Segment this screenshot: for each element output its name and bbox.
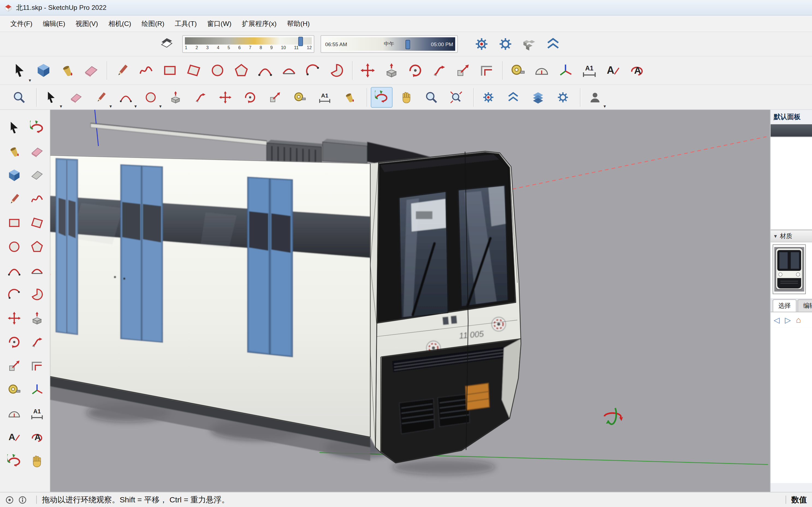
circle-tool[interactable] <box>206 59 229 81</box>
pan-tool[interactable] <box>26 450 47 471</box>
material-thumbnail[interactable] <box>773 244 806 294</box>
chevron-down-icon[interactable]: ▾ <box>604 104 606 108</box>
viewport[interactable]: 11 005 <box>50 110 770 492</box>
paint-bucket-tool[interactable] <box>4 141 24 162</box>
orbit-tool[interactable] <box>371 87 393 108</box>
offset-tool[interactable] <box>475 59 498 81</box>
make-component-tool[interactable] <box>32 59 55 81</box>
scale-tool[interactable] <box>4 355 24 376</box>
move-tool[interactable] <box>4 308 24 329</box>
rotate-tool[interactable] <box>404 59 426 81</box>
tab-edit[interactable]: 编辑 <box>798 299 812 312</box>
text-tool[interactable] <box>4 427 24 448</box>
follow-me-tool[interactable] <box>428 59 451 81</box>
dimension-tool[interactable] <box>314 87 336 108</box>
text-tool[interactable] <box>602 59 625 81</box>
circle-tool[interactable]: ▾ <box>140 87 162 108</box>
train-model[interactable]: 11 005 <box>50 123 521 463</box>
axes-tool[interactable] <box>26 379 47 400</box>
rectangle-tool[interactable] <box>158 59 181 81</box>
line-tool[interactable] <box>111 59 133 81</box>
collapse-icon[interactable]: ▼ <box>773 233 778 239</box>
polygon-tool[interactable] <box>230 59 252 81</box>
dimension-tool[interactable] <box>26 403 47 424</box>
docked-panel-header[interactable] <box>770 124 812 137</box>
rotate-tool[interactable] <box>239 87 261 108</box>
zoom-window-tool[interactable] <box>8 87 30 108</box>
three-point-arc-tool[interactable] <box>301 59 324 81</box>
viewport-canvas[interactable]: 11 005 <box>50 110 770 492</box>
tape-measure-tool[interactable] <box>507 59 529 81</box>
two-point-arc-tool[interactable] <box>26 260 47 281</box>
arc-tool[interactable]: ▾ <box>115 87 137 108</box>
menu-file[interactable]: 文件(F) <box>5 17 38 30</box>
push-pull-tool[interactable] <box>380 59 403 81</box>
scale-tool[interactable] <box>452 59 474 81</box>
line-tool[interactable]: ▾ <box>90 87 112 108</box>
components-button[interactable] <box>518 33 540 55</box>
date-slider-handle[interactable] <box>298 37 303 46</box>
make-component-tool[interactable] <box>4 165 24 185</box>
select-tool[interactable] <box>4 117 24 138</box>
menu-window[interactable]: 窗口(W) <box>202 17 237 30</box>
chevron-down-icon[interactable]: ▾ <box>110 104 112 108</box>
3d-text-tool[interactable] <box>626 59 648 81</box>
line-tool[interactable] <box>4 188 24 209</box>
freehand-tool[interactable] <box>26 188 47 209</box>
shadow-time-slider[interactable]: 06:55 AM 中午 05:00 PM <box>321 35 458 53</box>
select-tool[interactable]: ▾ <box>8 59 31 81</box>
two-point-arc-tool[interactable] <box>278 59 300 81</box>
chevron-down-icon[interactable]: ▾ <box>60 104 62 108</box>
follow-me-tool[interactable] <box>189 87 211 108</box>
orbit-tool[interactable] <box>4 450 24 471</box>
model-info-button[interactable] <box>477 87 500 108</box>
info-icon[interactable] <box>18 495 27 504</box>
pie-tool[interactable] <box>325 59 348 81</box>
eraser-tool[interactable] <box>80 59 102 81</box>
3d-text-tool[interactable] <box>26 427 47 448</box>
paint-bucket-tool[interactable] <box>56 59 79 81</box>
preferences-button[interactable] <box>494 33 517 55</box>
arc-tool[interactable] <box>4 260 24 281</box>
menu-help[interactable]: 帮助(H) <box>282 17 315 30</box>
pie-tool[interactable] <box>26 284 47 304</box>
orbit-tool[interactable] <box>26 117 47 138</box>
materials-section-header[interactable]: ▼ 材质 <box>770 230 812 242</box>
chevron-down-icon[interactable]: ▾ <box>29 78 31 83</box>
time-slider-handle[interactable] <box>405 40 410 49</box>
pan-tool[interactable] <box>396 87 417 108</box>
forward-arrow-icon[interactable]: ▷ <box>785 315 791 325</box>
polygon-tool[interactable] <box>26 236 47 257</box>
tape-measure-tool[interactable] <box>4 379 24 400</box>
layers-button[interactable] <box>527 87 549 108</box>
model-info-button[interactable] <box>470 33 493 55</box>
circle-tool[interactable] <box>4 236 24 257</box>
menu-draw[interactable]: 绘图(R) <box>136 17 169 30</box>
tape-measure-tool[interactable] <box>289 87 311 108</box>
freehand-tool[interactable] <box>134 59 157 81</box>
shadow-toggle-button[interactable] <box>155 33 178 55</box>
move-tool[interactable] <box>214 87 236 108</box>
rotate-tool[interactable] <box>4 331 24 352</box>
axes-tool[interactable] <box>554 59 577 81</box>
three-point-arc-tool[interactable] <box>4 284 24 304</box>
menu-extensions[interactable]: 扩展程序(x) <box>237 17 282 30</box>
soften-edges-button[interactable] <box>542 33 564 55</box>
follow-me-tool[interactable] <box>26 331 47 352</box>
user-account-button[interactable]: ▾ <box>584 87 606 108</box>
rotated-rectangle-tool[interactable] <box>182 59 205 81</box>
zoom-tool[interactable] <box>420 87 442 108</box>
push-pull-tool[interactable] <box>165 87 186 108</box>
back-arrow-icon[interactable]: ◁ <box>774 315 780 325</box>
preferences-button[interactable] <box>552 87 574 108</box>
scale-tool[interactable] <box>264 87 286 108</box>
chevron-down-icon[interactable]: ▾ <box>159 104 162 108</box>
menu-edit[interactable]: 编辑(E) <box>38 17 70 30</box>
protractor-tool[interactable] <box>4 403 24 424</box>
select-tool[interactable]: ▾ <box>41 87 62 108</box>
rectangle-tool[interactable] <box>4 212 24 233</box>
menu-view[interactable]: 视图(V) <box>70 17 103 30</box>
menu-tools[interactable]: 工具(T) <box>170 17 202 30</box>
geolocation-icon[interactable] <box>5 495 14 504</box>
in-model-icon[interactable]: ⌂ <box>796 315 801 325</box>
